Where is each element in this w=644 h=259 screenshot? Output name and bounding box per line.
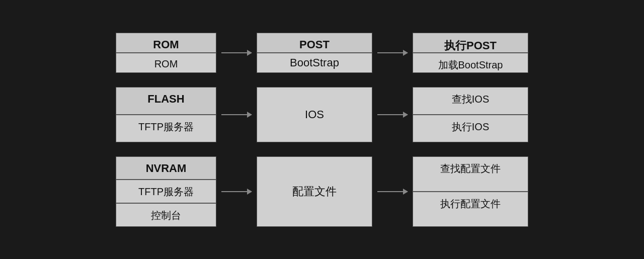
diagram: ROM ROM POST BootStrap 执行POST 加载BootStra… [96, 18, 548, 242]
arrow-icon-3 [221, 191, 252, 192]
result-col-2: 查找IOS 执行IOS [413, 87, 528, 142]
source-item-3-1: 控制台 [116, 203, 216, 227]
source-col-3: NVRAM TFTP服务器 控制台 [116, 156, 216, 227]
arrow-2 [216, 114, 257, 115]
result-col-1: 执行POST 加载BootStrap [413, 33, 528, 73]
arrow-icon-1 [221, 52, 252, 53]
arrow-icon-2b [377, 114, 408, 115]
row-1: ROM ROM POST BootStrap 执行POST 加载BootStra… [116, 33, 528, 73]
middle-col-2: IOS [257, 87, 372, 142]
arrow-3 [216, 191, 257, 192]
result-item-3-1: 执行配置文件 [413, 192, 528, 227]
arrow-3b [372, 191, 413, 192]
result-item-2-0: 查找IOS [413, 87, 528, 115]
source-col-1: ROM ROM [116, 33, 216, 73]
middle-col-3: 配置文件 [257, 156, 372, 227]
row-2: FLASH TFTP服务器 IOS 查找IOS 执行IOS [116, 87, 528, 142]
middle-content-1: BootStrap [257, 53, 372, 73]
result-item-2-1: 执行IOS [413, 115, 528, 142]
source-item-3-0: TFTP服务器 [116, 180, 216, 203]
source-header-3: NVRAM [116, 156, 216, 180]
arrow-1b [372, 52, 413, 53]
source-col-2: FLASH TFTP服务器 [116, 87, 216, 142]
arrow-icon-3b [377, 191, 408, 192]
middle-content-2: IOS [257, 87, 372, 142]
arrow-icon-2 [221, 114, 252, 115]
middle-header-1: POST [257, 33, 372, 53]
arrow-icon-1b [377, 52, 408, 53]
arrow-2b [372, 114, 413, 115]
source-item-2-0: TFTP服务器 [116, 115, 216, 142]
row-3: NVRAM TFTP服务器 控制台 配置文件 查找配置文件 执行配置文件 [116, 156, 528, 227]
arrow-1 [216, 52, 257, 53]
result-item-1-0: 加载BootStrap [413, 53, 528, 73]
result-col-3: 查找配置文件 执行配置文件 [413, 156, 528, 227]
middle-content-3: 配置文件 [257, 156, 372, 227]
middle-col-1: POST BootStrap [257, 33, 372, 73]
result-item-3-0: 查找配置文件 [413, 156, 528, 192]
source-header-1: ROM [116, 33, 216, 53]
result-header-1: 执行POST [413, 33, 528, 53]
source-item-1-0: ROM [116, 53, 216, 73]
source-header-2: FLASH [116, 87, 216, 115]
